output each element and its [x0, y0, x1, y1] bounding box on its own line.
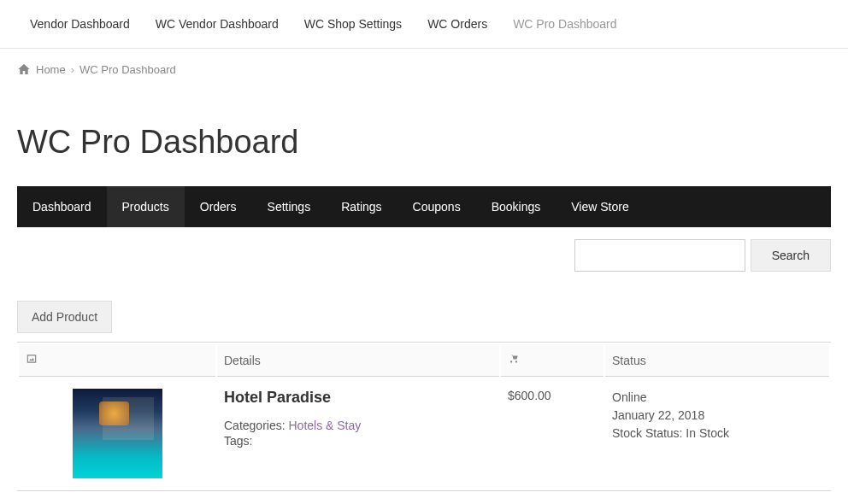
status-online: Online	[612, 389, 822, 407]
category-link[interactable]: Hotels & Stay	[288, 419, 361, 432]
dashboard-tabs: Dashboard Products Orders Settings Ratin…	[17, 186, 831, 227]
breadcrumb-home-link[interactable]: Home	[36, 63, 66, 76]
nav-wc-shop-settings[interactable]: WC Shop Settings	[292, 0, 415, 48]
breadcrumb-current: WC Pro Dashboard	[80, 63, 176, 76]
header-price	[501, 344, 604, 377]
search-row: Search	[0, 227, 848, 284]
breadcrumb-separator: ›	[71, 63, 74, 76]
tags-prefix: Tags:	[224, 434, 252, 448]
product-tags: Tags:	[224, 434, 492, 448]
tab-bookings[interactable]: Bookings	[476, 186, 556, 227]
tab-settings[interactable]: Settings	[252, 186, 327, 227]
product-price: $600.00	[508, 389, 551, 402]
product-thumbnail[interactable]	[73, 389, 162, 478]
table-row: Hotel Paradise Categories: Hotels & Stay…	[19, 378, 829, 489]
product-categories: Categories: Hotels & Stay	[224, 419, 492, 432]
search-input[interactable]	[574, 239, 745, 272]
tab-view-store[interactable]: View Store	[556, 186, 644, 227]
page-title: WC Pro Dashboard	[0, 90, 848, 186]
tab-orders[interactable]: Orders	[185, 186, 252, 227]
product-status: Online January 22, 2018 Stock Status: In…	[612, 389, 822, 442]
product-title[interactable]: Hotel Paradise	[224, 389, 492, 407]
nav-wc-pro-dashboard[interactable]: WC Pro Dashboard	[500, 0, 629, 48]
header-details: Details	[217, 344, 499, 377]
header-status: Status	[605, 344, 829, 377]
add-product-button[interactable]: Add Product	[17, 301, 112, 333]
products-table: Details Status Hotel Paradise Categories…	[17, 342, 831, 491]
nav-wc-orders[interactable]: WC Orders	[415, 0, 500, 48]
status-date: January 22, 2018	[612, 407, 822, 425]
header-image	[19, 344, 215, 377]
table-header-row: Details Status	[19, 344, 829, 377]
nav-vendor-dashboard[interactable]: Vendor Dashboard	[17, 0, 143, 48]
tab-dashboard[interactable]: Dashboard	[17, 186, 107, 227]
nav-wc-vendor-dashboard[interactable]: WC Vendor Dashboard	[143, 0, 292, 48]
image-icon	[26, 353, 38, 365]
cart-icon	[508, 353, 520, 365]
tab-ratings[interactable]: Ratings	[326, 186, 397, 227]
categories-prefix: Categories:	[224, 419, 288, 432]
breadcrumb: Home › WC Pro Dashboard	[0, 49, 848, 90]
tab-products[interactable]: Products	[107, 186, 185, 227]
home-icon	[17, 62, 31, 76]
search-button[interactable]: Search	[751, 239, 831, 272]
tab-coupons[interactable]: Coupons	[398, 186, 476, 227]
top-navigation: Vendor Dashboard WC Vendor Dashboard WC …	[0, 0, 848, 49]
status-stock: Stock Status: In Stock	[612, 425, 822, 442]
